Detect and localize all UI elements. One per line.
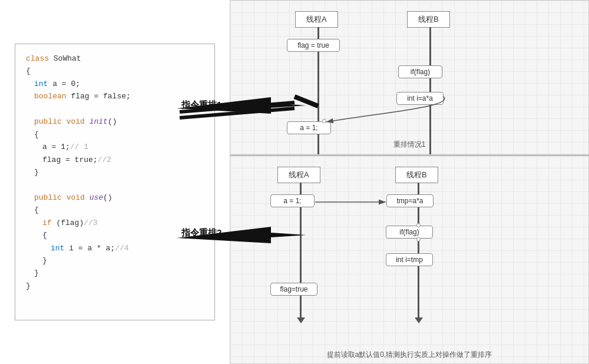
dot-ifflag-bottom bbox=[416, 237, 421, 241]
thread-a-header-1: 线程A bbox=[295, 11, 338, 28]
code-line: public void use() bbox=[26, 191, 204, 204]
if-flag-node-2: if(flag) bbox=[386, 226, 433, 239]
flag-true-node-2: flag=true bbox=[270, 283, 317, 296]
diagram1-caption: 重排情况1 bbox=[393, 140, 426, 150]
code-line: } bbox=[26, 267, 204, 279]
diagram2-caption: 提前读取a默认值0,猜测执行实质上对操作做了重排序 bbox=[321, 350, 498, 360]
code-line: { bbox=[26, 229, 204, 241]
code-line: int i = a * a;//4 bbox=[26, 242, 204, 254]
code-line: a = 1;// 1 bbox=[26, 141, 204, 153]
code-line: } bbox=[26, 280, 204, 292]
if-flag-node-1: if(flag) bbox=[398, 65, 442, 78]
flag-true-node-1: flag = true bbox=[287, 39, 340, 52]
code-line bbox=[26, 178, 204, 191]
code-panel: class SoWhat { int a = 0; boolean flag =… bbox=[0, 0, 230, 364]
a-eq-1-node-2: a = 1; bbox=[270, 194, 315, 207]
thread-a-header-2: 线程A bbox=[277, 167, 320, 183]
code-line: } bbox=[26, 166, 204, 178]
code-line: flag = true;//2 bbox=[26, 154, 204, 166]
code-line: class SoWhat bbox=[26, 52, 204, 65]
code-line: public void init() bbox=[26, 115, 204, 128]
code-line bbox=[26, 103, 204, 115]
code-line: int a = 0; bbox=[26, 78, 204, 90]
code-line: { bbox=[26, 65, 204, 77]
int-i-tmp-node: int i=tmp bbox=[386, 253, 433, 266]
code-line: } bbox=[26, 254, 204, 267]
code-line: { bbox=[26, 204, 204, 216]
thread-b-vline-1 bbox=[429, 27, 431, 155]
diagrams-panel: 线程A 线程B flag = true if(flag) int i=a*a a… bbox=[230, 0, 589, 364]
a-eq-1-node-1: a = 1; bbox=[287, 121, 331, 134]
int-i-node-1: int i=a*a bbox=[396, 92, 444, 105]
dot-a1-top bbox=[322, 119, 326, 123]
diagram-section-2: 线程A 线程B a = 1; tmp=a*a if(flag) bbox=[230, 155, 589, 364]
thread-b-header-1: 线程B bbox=[407, 11, 450, 28]
dot-ifflag-top bbox=[416, 223, 421, 227]
diagram-section-1: 线程A 线程B flag = true if(flag) int i=a*a a… bbox=[230, 0, 589, 155]
code-box: class SoWhat { int a = 0; boolean flag =… bbox=[15, 44, 215, 320]
code-line: if (flag)//3 bbox=[26, 217, 204, 229]
code-line: boolean flag = false; bbox=[26, 90, 204, 102]
thread-b-header-2: 线程B bbox=[395, 167, 438, 183]
tmp-calc-node: tmp=a*a bbox=[386, 194, 434, 207]
code-line: { bbox=[26, 128, 204, 141]
